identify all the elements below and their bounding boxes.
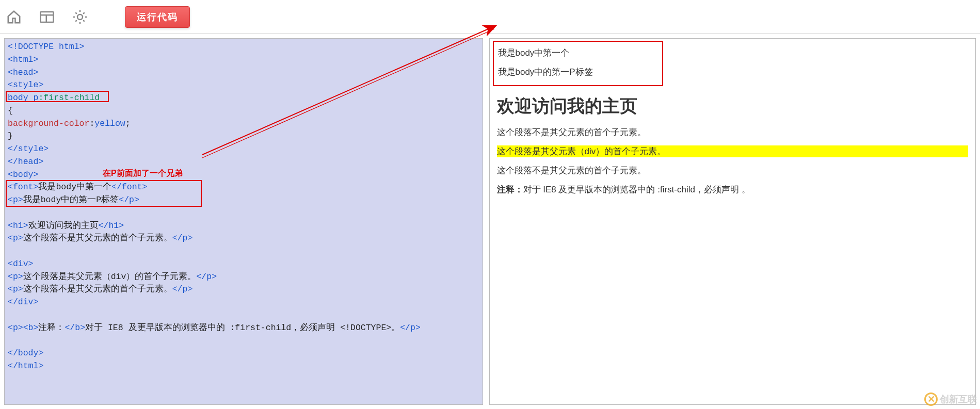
code-line: }	[8, 131, 13, 141]
code-line: <h1>	[8, 221, 28, 231]
svg-point-3	[77, 14, 83, 20]
code-line: </style>	[8, 144, 49, 154]
code-line: <p>	[8, 272, 23, 282]
code-line: <!DOCTYPE html>	[8, 42, 85, 52]
code-line: <p>	[8, 323, 23, 333]
preview-p3-highlighted: 这个段落是其父元素（div）的首个子元素。	[497, 145, 969, 157]
code-line: <body>	[8, 170, 38, 179]
run-code-button[interactable]: 运行代码	[125, 6, 190, 28]
svg-line-10	[75, 20, 77, 22]
preview-font-text: 我是body中第一个	[498, 47, 658, 59]
code-line: <p>	[8, 284, 23, 294]
code-line: <p>	[8, 195, 23, 205]
code-line: </head>	[8, 157, 43, 167]
svg-line-11	[83, 12, 85, 14]
preview-h1: 欢迎访问我的主页	[497, 94, 969, 118]
layout-icon[interactable]	[38, 8, 56, 26]
code-line: <html>	[8, 55, 38, 64]
sun-icon[interactable]	[71, 8, 89, 26]
preview-p4: 这个段落不是其父元素的首个子元素。	[497, 165, 969, 176]
preview-p2: 这个段落不是其父元素的首个子元素。	[497, 126, 969, 138]
preview-p1: 我是body中的第一P标签	[498, 66, 658, 78]
svg-line-8	[75, 12, 77, 14]
code-line: <p>	[8, 233, 23, 243]
code-line: <head>	[8, 68, 38, 77]
annotation-result-highlight: 我是body中第一个 我是body中的第一P标签	[493, 41, 663, 86]
code-line: <style>	[8, 80, 43, 90]
code-line: </body>	[8, 348, 43, 358]
code-line: </div>	[8, 297, 38, 307]
code-line: <div>	[8, 259, 34, 269]
code-line: <font>	[8, 182, 38, 192]
toolbar: 运行代码	[0, 0, 980, 34]
code-editor[interactable]: <!DOCTYPE html> <html> <head> <style> bo…	[4, 38, 483, 405]
preview-panel: 我是body中第一个 我是body中的第一P标签 欢迎访问我的主页 这个段落不是…	[489, 38, 976, 405]
code-line: </html>	[8, 361, 43, 371]
preview-note: 注释：对于 IE8 及更早版本的浏览器中的 :first-child，必须声明 …	[497, 184, 969, 195]
code-line: background-color	[8, 119, 89, 128]
main-split: <!DOCTYPE html> <html> <head> <style> bo…	[0, 34, 980, 409]
home-icon[interactable]	[5, 8, 23, 26]
code-line: body	[8, 93, 34, 103]
svg-line-9	[83, 20, 85, 22]
code-line: {	[8, 106, 13, 116]
